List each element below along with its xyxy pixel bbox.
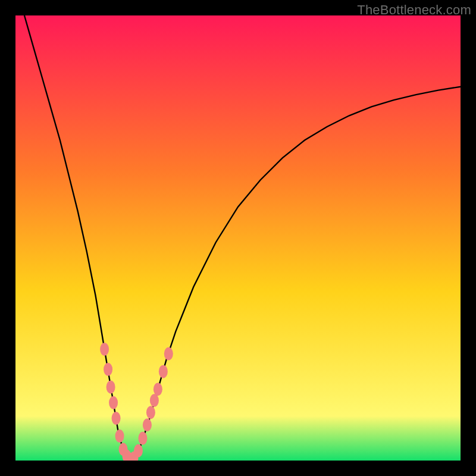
curve-marker bbox=[143, 418, 152, 431]
bottleneck-plot bbox=[15, 15, 461, 461]
curve-marker bbox=[109, 396, 118, 409]
curve-marker bbox=[150, 394, 159, 407]
curve-marker bbox=[146, 406, 155, 419]
curve-marker bbox=[112, 412, 121, 425]
curve-marker bbox=[164, 347, 173, 360]
curve-marker bbox=[104, 363, 112, 376]
curve-marker bbox=[138, 432, 147, 445]
curve-marker bbox=[159, 365, 168, 378]
gradient-background bbox=[15, 15, 461, 461]
curve-marker bbox=[115, 430, 124, 443]
watermark-text: TheBottleneck.com bbox=[357, 2, 471, 18]
curve-marker bbox=[100, 343, 109, 356]
curve-marker bbox=[134, 444, 143, 458]
chart-frame bbox=[15, 15, 461, 461]
curve-marker bbox=[154, 383, 162, 396]
curve-marker bbox=[107, 381, 115, 394]
